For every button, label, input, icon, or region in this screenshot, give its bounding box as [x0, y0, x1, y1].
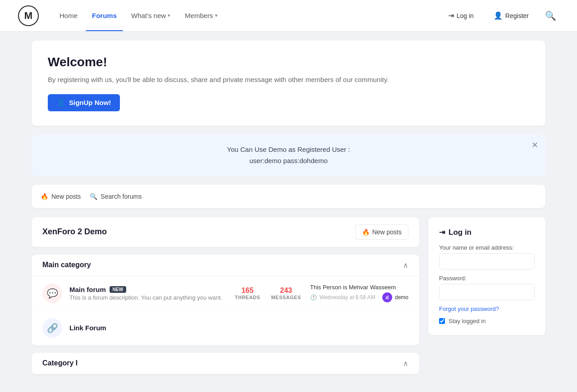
- messages-label: MESSAGES: [271, 295, 301, 300]
- nav-item-members[interactable]: Members ▾: [179, 8, 224, 23]
- forum-info-link: Link Forum: [69, 324, 408, 332]
- nav-item-whats-new[interactable]: What's new ▾: [125, 8, 177, 23]
- search-button[interactable]: 🔍: [542, 8, 559, 24]
- whats-new-chevron: ▾: [168, 13, 170, 18]
- forum-desc-main: This is a forum description. You can put…: [69, 294, 235, 301]
- nav-links: Home Forums What's new ▾ Members ▾: [53, 8, 442, 23]
- category-main-collapse[interactable]: ∧: [403, 261, 408, 269]
- forum-icon-link: 🔗: [42, 318, 62, 338]
- forums-bar: 🔥 New posts 🔍 Search forums: [32, 185, 545, 208]
- register-button[interactable]: 👤 Register: [487, 8, 535, 23]
- main-container: Welcome! By registering with us, you'll …: [23, 32, 554, 391]
- welcome-card: Welcome! By registering with us, you'll …: [32, 41, 545, 126]
- forum-name-link: Link Forum: [69, 324, 408, 332]
- category-main-header[interactable]: Main category ∧: [32, 255, 419, 276]
- login-button[interactable]: ⇥ Log in: [442, 8, 480, 23]
- last-post-user[interactable]: demo: [395, 294, 408, 301]
- forgot-password-link[interactable]: Forgot your password?: [439, 305, 535, 312]
- threads-count: 165: [235, 287, 261, 295]
- demo-notice-close[interactable]: ✕: [531, 140, 538, 150]
- search-forums-button[interactable]: 🔍 Search forums: [90, 190, 142, 203]
- forum-name-main: Main forum NEW: [69, 286, 235, 293]
- search-forums-icon: 🔍: [90, 193, 97, 200]
- category-i-collapse[interactable]: ∧: [403, 359, 408, 368]
- name-label: Your name or email address:: [439, 244, 535, 251]
- login-sidebar-icon: ⇥: [439, 228, 445, 237]
- search-icon: 🔍: [545, 10, 556, 21]
- members-chevron: ▾: [215, 13, 218, 18]
- fire-icon: 🔥: [41, 193, 48, 200]
- navbar: M Home Forums What's new ▾ Members ▾ ⇥ L…: [0, 0, 577, 32]
- password-label: Password:: [439, 275, 535, 282]
- welcome-description: By registering with us, you'll be able t…: [48, 75, 529, 85]
- demo-notice: You Can Use Demo as Registered User : us…: [32, 135, 545, 176]
- nav-item-forums[interactable]: Forums: [86, 8, 123, 23]
- threads-label: THREADS: [235, 295, 261, 300]
- xenforo-fire-icon: 🔥: [362, 228, 370, 236]
- last-post-time: Wednesday at 6:58 AM: [320, 294, 376, 301]
- forum-sidebar: ⇥ Log in Your name or email address: Pas…: [428, 217, 545, 342]
- stat-threads: 165 THREADS: [235, 287, 261, 300]
- navbar-actions: ⇥ Log in 👤 Register 🔍: [442, 8, 559, 24]
- forum-row-link: 🔗 Link Forum: [32, 311, 419, 346]
- new-posts-button[interactable]: 🔥 New posts: [41, 190, 81, 203]
- category-i-name: Category I: [42, 359, 78, 367]
- category-main: Main category ∧ 💬 Main forum NEW This is…: [32, 255, 419, 346]
- forum-info-main: Main forum NEW This is a forum descripti…: [69, 286, 235, 301]
- welcome-title: Welcome!: [48, 55, 529, 69]
- last-post-avatar[interactable]: d: [382, 292, 392, 302]
- login-sidebar-card: ⇥ Log in Your name or email address: Pas…: [428, 217, 545, 335]
- category-i-header[interactable]: Category I ∧: [32, 353, 419, 374]
- forum-new-badge: NEW: [110, 286, 126, 293]
- forum-section: XenForo 2 Demo 🔥 New posts Main category…: [32, 217, 545, 382]
- site-logo[interactable]: M: [18, 5, 39, 26]
- nav-item-home[interactable]: Home: [53, 8, 84, 23]
- name-input[interactable]: [439, 253, 535, 269]
- login-sidebar-title: ⇥ Log in: [439, 228, 535, 237]
- signup-button[interactable]: 👤 SignUp Now!: [48, 94, 120, 111]
- forum-main: XenForo 2 Demo 🔥 New posts Main category…: [32, 217, 419, 382]
- category-main-name: Main category: [42, 261, 91, 269]
- login-icon: ⇥: [448, 11, 454, 20]
- stay-logged-checkbox[interactable]: [439, 318, 445, 324]
- xenforo-title: XenForo 2 Demo: [42, 227, 107, 237]
- forum-last-main: This Person is Mehvar Wasseem 🕐 Wednesda…: [310, 284, 408, 302]
- signup-icon: 👤: [57, 99, 65, 107]
- category-i: Category I ∧: [32, 353, 419, 374]
- register-icon: 👤: [494, 11, 503, 20]
- xenforo-header: XenForo 2 Demo 🔥 New posts: [32, 217, 419, 247]
- forum-icon-main: 💬: [42, 283, 62, 303]
- xenforo-new-posts-button[interactable]: 🔥 New posts: [355, 224, 408, 240]
- password-input[interactable]: [439, 284, 535, 300]
- last-post-meta: 🕐 Wednesday at 6:58 AM · d demo: [310, 292, 408, 302]
- link-icon: 🔗: [47, 323, 58, 333]
- clock-icon: 🕐: [310, 294, 317, 301]
- stay-logged-label[interactable]: Stay logged in: [439, 318, 535, 324]
- forum-chat-icon: 💬: [47, 288, 58, 299]
- last-post-title[interactable]: This Person is Mehvar Wasseem: [310, 284, 408, 291]
- forum-row-main: 💬 Main forum NEW This is a forum descrip…: [32, 276, 419, 311]
- forum-stats-main: 165 THREADS 243 MESSAGES: [235, 287, 301, 300]
- xenforo-section: XenForo 2 Demo 🔥 New posts: [32, 217, 419, 247]
- stat-messages: 243 MESSAGES: [271, 287, 301, 300]
- messages-count: 243: [271, 287, 301, 295]
